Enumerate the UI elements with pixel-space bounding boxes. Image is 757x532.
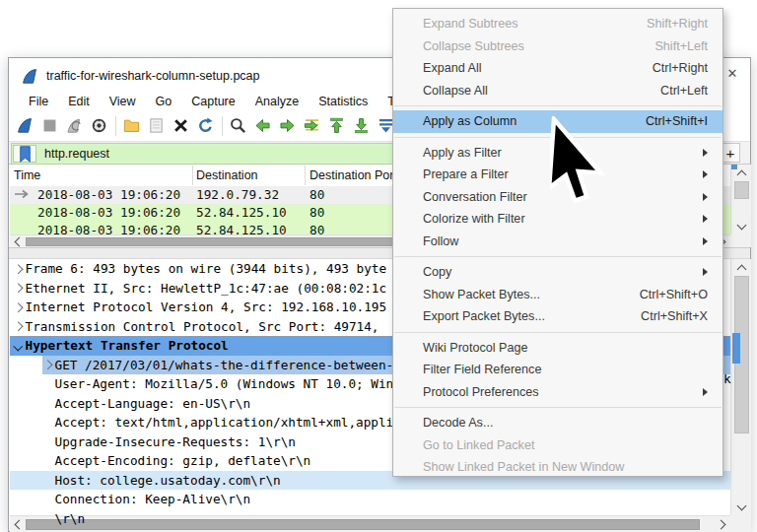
capture-stop-button[interactable] xyxy=(39,114,60,138)
go-forward-button[interactable] xyxy=(277,114,298,138)
expand-arrow-icon[interactable] xyxy=(14,264,23,273)
submenu-arrow-icon xyxy=(703,170,708,178)
expand-arrow-icon[interactable] xyxy=(14,284,23,293)
close-file-button[interactable] xyxy=(171,114,191,138)
bookmark-icon xyxy=(16,145,34,164)
column-header-destination-port[interactable]: Destination Port xyxy=(310,165,397,186)
clipped-text-fragment: k xyxy=(723,371,731,386)
open-file-button[interactable] xyxy=(121,114,142,138)
menu-item-filter-field-reference[interactable]: Filter Field Reference xyxy=(393,359,723,381)
menu-item-wiki-protocol-page[interactable]: Wiki Protocol Page xyxy=(393,337,723,360)
reload-icon xyxy=(196,116,215,135)
detail-text: User-Agent: Mozilla/5.0 (Windows NT 10.0… xyxy=(55,376,394,391)
go-to-packet-button[interactable] xyxy=(302,114,322,138)
cell-destination: 52.84.125.10 xyxy=(196,204,287,222)
detail-row-connection-keep-alive-r[interactable]: Connection: Keep-Alive\r\n xyxy=(10,490,730,509)
go-bottom-button[interactable] xyxy=(351,114,372,138)
menubar-item-file[interactable]: File xyxy=(19,94,58,110)
add-filter-button[interactable]: + xyxy=(721,143,740,163)
capture-options-button[interactable] xyxy=(89,114,109,138)
menubar-item-capture[interactable]: Capture xyxy=(181,94,244,110)
menu-separator xyxy=(394,256,722,257)
scroll-down-icon xyxy=(736,220,746,230)
scroll-right-button[interactable] xyxy=(715,516,730,532)
capture-options-icon xyxy=(90,116,108,135)
menu-item-shortcut: Shift+Left xyxy=(654,39,708,53)
menu-item-label: Expand All xyxy=(423,61,482,75)
go-back-button[interactable] xyxy=(252,114,273,138)
menubar-item-view[interactable]: View xyxy=(100,94,146,110)
scroll-left-button[interactable] xyxy=(10,235,26,248)
menu-item-shortcut: Ctrl+Right xyxy=(653,61,708,75)
expand-arrow-icon[interactable] xyxy=(14,322,23,331)
detail-text: GET /2017/03/01/whats-the-difference-bet… xyxy=(55,358,394,372)
menu-item-label: Prepare a Filter xyxy=(423,167,509,181)
cell-destination-port: 80 xyxy=(310,186,324,204)
menubar-item-go[interactable]: Go xyxy=(146,94,182,110)
display-filter-input[interactable]: http.request xyxy=(44,147,109,161)
menubar-item-statistics[interactable]: Statistics xyxy=(309,94,378,110)
menu-separator xyxy=(394,332,722,333)
menu-item-decode-as[interactable]: Decode As... xyxy=(393,412,723,434)
capture-restart-button[interactable] xyxy=(64,114,85,138)
window-close-button[interactable]: ✕ xyxy=(723,63,742,83)
submenu-arrow-icon xyxy=(703,215,708,223)
details-vertical-scrollbar[interactable] xyxy=(730,259,751,515)
capture-start-button[interactable] xyxy=(15,114,35,138)
scroll-up-button[interactable] xyxy=(731,259,751,276)
menu-item-protocol-preferences[interactable]: Protocol Preferences xyxy=(393,381,723,404)
scroll-down-button[interactable] xyxy=(731,499,751,515)
menu-item-follow[interactable]: Follow xyxy=(393,231,723,253)
scrollbar-thumb[interactable] xyxy=(26,519,700,530)
packet-list-vertical-scrollbar[interactable] xyxy=(730,165,751,234)
menu-item-expand-subtrees: Expand SubtreesShift+Right xyxy=(393,13,723,35)
menu-item-export-packet-bytes[interactable]: Export Packet Bytes...Ctrl+Shift+X xyxy=(393,305,723,328)
save-file-icon xyxy=(147,116,166,135)
menu-item-prepare-a-filter[interactable]: Prepare a Filter xyxy=(393,164,723,186)
column-header-destination[interactable]: Destination xyxy=(196,165,258,186)
menu-item-expand-all[interactable]: Expand AllCtrl+Right xyxy=(393,57,723,80)
scrollbar-selected-packet-mark xyxy=(731,165,737,169)
menu-item-label: Show Linked Packet in New Window xyxy=(423,460,624,474)
save-file-button[interactable] xyxy=(146,114,167,138)
menu-item-label: Protocol Preferences xyxy=(423,385,539,399)
scroll-up-icon xyxy=(736,264,746,274)
menu-item-conversation-filter[interactable]: Conversation Filter xyxy=(393,186,723,209)
menu-separator xyxy=(394,137,722,138)
menubar-item-edit[interactable]: Edit xyxy=(58,94,100,110)
go-top-button[interactable] xyxy=(326,114,347,138)
scrollbar-corner xyxy=(730,234,751,247)
scroll-up-icon xyxy=(736,169,746,179)
menubar-item-analyze[interactable]: Analyze xyxy=(245,94,309,110)
go-bottom-icon xyxy=(352,116,371,135)
menu-item-collapse-all[interactable]: Collapse AllCtrl+Left xyxy=(393,80,723,102)
scroll-left-button[interactable] xyxy=(10,516,26,532)
detail-text: Upgrade-Insecure-Requests: 1\r\n xyxy=(55,434,296,449)
column-divider[interactable] xyxy=(305,166,306,185)
menu-item-apply-as-filter[interactable]: Apply as Filter xyxy=(393,142,723,165)
reload-button[interactable] xyxy=(195,114,216,138)
menu-item-label: Decode As... xyxy=(423,416,493,430)
expand-arrow-icon[interactable] xyxy=(14,302,23,311)
scroll-down-button[interactable] xyxy=(731,218,751,234)
find-packet-button[interactable] xyxy=(228,114,248,138)
menu-item-shortcut: Ctrl+Left xyxy=(660,84,708,98)
details-horizontal-scrollbar[interactable] xyxy=(10,515,730,532)
submenu-arrow-icon xyxy=(703,388,708,396)
scrollbar-thumb[interactable] xyxy=(734,181,749,199)
column-divider[interactable] xyxy=(192,166,193,185)
collapse-arrow-icon[interactable] xyxy=(14,341,23,350)
detail-text: Accept: text/html,application/xhtml+xml,… xyxy=(55,415,394,430)
menu-item-copy[interactable]: Copy xyxy=(393,261,723,284)
menu-item-label: Copy xyxy=(423,265,451,279)
menu-item-apply-as-column[interactable]: Apply as ColumnCtrl+Shift+I xyxy=(393,110,723,133)
menu-item-label: Show Packet Bytes... xyxy=(423,288,540,301)
column-header-time[interactable]: Time xyxy=(14,165,40,186)
menu-item-label: Follow xyxy=(423,234,458,248)
scroll-right-icon xyxy=(717,520,726,530)
menu-item-colorize-with-filter[interactable]: Colorize with Filter xyxy=(393,208,723,231)
filter-bookmark-button[interactable] xyxy=(13,145,36,163)
detail-text: Connection: Keep-Alive\r\n xyxy=(55,492,251,506)
menu-item-show-packet-bytes[interactable]: Show Packet Bytes...Ctrl+Shift+O xyxy=(393,284,723,306)
capture-restart-icon xyxy=(65,116,84,135)
